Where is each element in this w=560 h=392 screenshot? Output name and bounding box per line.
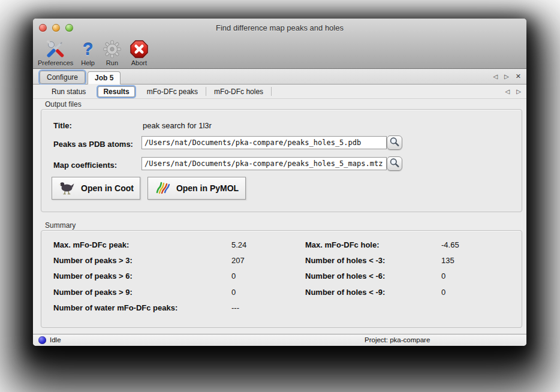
summary-value: 207: [231, 256, 245, 265]
summary-label: Number of holes < -9:: [305, 288, 385, 297]
tab-prev-icon[interactable]: ◁: [493, 74, 498, 80]
gear-icon: [103, 38, 122, 59]
summary-value: ---: [231, 303, 239, 312]
summary-group-label: Summary: [45, 221, 76, 230]
status-text: Idle: [50, 336, 61, 343]
screenshot-canvas: Find difference map peaks and holes: [0, 0, 560, 392]
project-label: Project: pka-compare: [365, 336, 430, 343]
summary-label: Number of holes < -6:: [305, 272, 385, 281]
summary-row: Number of peaks > 6: 0 Number of holes <…: [41, 272, 522, 282]
summary-value: 0: [441, 288, 445, 297]
traffic-lights: [39, 24, 73, 32]
summary-value: 0: [231, 272, 236, 281]
subtab-run-status[interactable]: Run status: [45, 88, 92, 96]
run-label: Run: [106, 59, 118, 67]
summary-label: Max. mFo-DFc hole:: [305, 240, 380, 249]
run-button[interactable]: Run: [103, 38, 122, 67]
pdb-view-button[interactable]: [387, 135, 402, 150]
magnifier-icon: [389, 158, 400, 170]
titlebar[interactable]: Find difference map peaks and holes: [33, 19, 526, 35]
close-window-button[interactable]: [39, 24, 47, 32]
summary-label: Number of holes < -3:: [305, 256, 385, 265]
magnifier-icon: [389, 137, 400, 149]
preferences-label: Preferences: [38, 59, 73, 67]
toolbar: Preferences ? Help: [33, 35, 526, 68]
main-tab-nav: ◁ ▷ ✕: [493, 69, 521, 84]
title-value: peak search for 1l3r: [143, 121, 212, 130]
summary-row: Number of peaks > 9: 0 Number of holes <…: [41, 288, 522, 298]
minimize-window-button[interactable]: [52, 24, 60, 32]
summary-label: Number of peaks > 3:: [53, 256, 133, 265]
summary-group: Max. mFo-DFc peak: 5.24 Max. mFo-DFc hol…: [41, 230, 522, 328]
help-label: Help: [81, 59, 95, 67]
zoom-window-button[interactable]: [65, 24, 73, 32]
open-in-pymol-button[interactable]: Open in PyMOL: [147, 177, 246, 200]
summary-row: Number of peaks > 3: 207 Number of holes…: [41, 256, 522, 266]
abort-button[interactable]: Abort: [130, 38, 149, 67]
summary-row: Number of water mFo-DFc peaks: ---: [41, 303, 522, 313]
summary-row: Max. mFo-DFc peak: 5.24 Max. mFo-DFc hol…: [41, 240, 522, 251]
results-panel: Output files Title: peak search for 1l3r…: [33, 99, 526, 334]
subtab-next-icon[interactable]: ▷: [516, 89, 521, 95]
summary-value: 135: [441, 256, 454, 265]
open-in-coot-label: Open in Coot: [81, 183, 134, 193]
question-mark-icon: ?: [83, 38, 94, 59]
abort-label: Abort: [131, 59, 147, 67]
subtab-prev-icon[interactable]: ◁: [505, 89, 510, 95]
tab-job-5[interactable]: Job 5: [88, 71, 121, 85]
status-bar: Idle Project: pka-compare: [33, 334, 526, 346]
tab-close-icon[interactable]: ✕: [516, 73, 521, 80]
pdb-atoms-label: Peaks as PDB atoms:: [53, 140, 133, 149]
subtab-results[interactable]: Results: [98, 86, 134, 97]
subtab-separator: [206, 87, 206, 96]
map-coefficients-label: Map coefficients:: [53, 161, 117, 170]
title-label: Title:: [53, 121, 72, 130]
summary-label: Number of peaks > 6:: [53, 272, 133, 281]
map-view-button[interactable]: [387, 156, 402, 171]
status-indicator-icon: [38, 336, 46, 344]
sub-tab-bar: Run status Results mFo-DFc peaks mFo-DFc…: [33, 85, 526, 99]
subtab-separator: [271, 87, 272, 96]
subtab-mfo-dfc-peaks[interactable]: mFo-DFc peaks: [140, 88, 204, 96]
main-tab-bar: Configure Job 5 ◁ ▷ ✕: [33, 69, 526, 85]
summary-value: -4.65: [441, 240, 459, 249]
summary-label: Number of water mFo-DFc peaks:: [53, 303, 177, 312]
open-in-coot-button[interactable]: Open in Coot: [52, 177, 140, 200]
help-button[interactable]: ? Help: [81, 38, 95, 67]
summary-label: Number of peaks > 9:: [53, 288, 133, 297]
pdb-path-field[interactable]: [141, 136, 387, 149]
preferences-button[interactable]: Preferences: [38, 38, 73, 67]
app-window: Find difference map peaks and holes: [33, 19, 526, 346]
summary-label: Max. mFo-DFc peak:: [53, 240, 129, 249]
tools-icon: [46, 38, 65, 59]
output-files-group-label: Output files: [45, 100, 82, 108]
open-in-pymol-label: Open in PyMOL: [176, 183, 239, 193]
map-path-field[interactable]: [141, 157, 387, 170]
window-title: Find difference map peaks and holes: [33, 19, 526, 32]
stop-icon: [130, 38, 149, 59]
coot-bird-icon: [58, 180, 76, 197]
summary-value: 0: [441, 272, 445, 281]
tab-next-icon[interactable]: ▷: [504, 74, 509, 80]
window-chrome: Find difference map peaks and holes: [33, 19, 526, 69]
tab-configure[interactable]: Configure: [40, 71, 85, 84]
subtab-mfo-dfc-holes[interactable]: mFo-DFc holes: [207, 88, 270, 96]
sub-tab-nav: ◁ ▷: [505, 85, 521, 98]
output-files-group: Title: peak search for 1l3r Peaks as PDB…: [41, 109, 522, 212]
summary-value: 5.24: [231, 240, 246, 249]
pymol-ribbon-icon: [155, 180, 171, 197]
summary-value: 0: [231, 288, 236, 297]
